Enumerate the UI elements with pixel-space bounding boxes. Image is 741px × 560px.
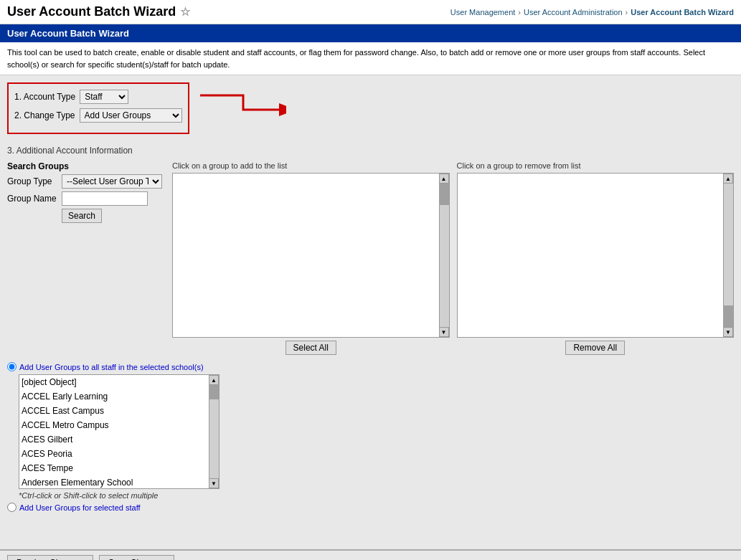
search-button[interactable]: Search [62, 209, 102, 223]
schools-scrollbar: ▲ ▼ [209, 375, 219, 488]
breadcrumb-user-management[interactable]: User Management [450, 8, 516, 16]
schools-list-item[interactable]: [object Object] [19, 375, 209, 389]
save-changes-button[interactable]: Save Changes [99, 555, 174, 560]
ctrl-note: *Ctrl-click or Shift-click to select mul… [19, 491, 734, 500]
favorite-star-icon[interactable]: ☆ [180, 5, 190, 19]
schools-scroll-down[interactable]: ▼ [209, 478, 219, 488]
description-box: This tool can be used to batch create, e… [0, 42, 741, 75]
group-type-select[interactable]: --Select User Group Type-- [62, 174, 162, 189]
remove-list-scroll-down[interactable]: ▼ [723, 327, 733, 337]
app-header: User Account Batch Wizard ☆ User Managem… [0, 0, 741, 24]
red-arrow-icon [193, 88, 286, 120]
schools-list[interactable]: [object Object]ACCEL Early LearningACCEL… [19, 375, 209, 488]
radio-all-staff[interactable] [7, 362, 16, 371]
footer-bar: Preview Changes Save Changes [0, 549, 741, 560]
app-title-area: User Account Batch Wizard ☆ [7, 4, 190, 19]
breadcrumb: User Management › User Account Administr… [450, 8, 734, 16]
add-list-scrollbar: ▲ ▼ [439, 174, 449, 337]
breadcrumb-sep-1: › [518, 8, 521, 16]
schools-list-item[interactable]: ACES Tempe [19, 461, 209, 475]
change-type-row: 2. Change Type Add User Groups Remove Us… [14, 108, 182, 123]
schools-list-item[interactable]: Andersen Elementary School [19, 475, 209, 488]
account-type-select[interactable]: Staff Student [80, 90, 128, 104]
account-type-row: 1. Account Type Staff Student [14, 90, 182, 104]
account-type-label: 1. Account Type [14, 92, 75, 102]
add-list-label: Click on a group to add to the list [172, 161, 450, 170]
remove-list-scroll-up[interactable]: ▲ [723, 174, 733, 184]
additional-info: 3. Additional Account Information [7, 146, 734, 156]
schools-list-item[interactable]: ACES Gilbert [19, 432, 209, 447]
schools-scroll-up[interactable]: ▲ [209, 375, 219, 385]
remove-list-scrollbar: ▲ ▼ [723, 174, 733, 337]
remove-list-label: Click on a group to remove from list [457, 161, 735, 170]
breadcrumb-current: User Account Batch Wizard [631, 8, 734, 16]
main-content: 1. Account Type Staff Student 2. Change … [0, 75, 741, 549]
radio1-label: Add User Groups to all staff in the sele… [7, 362, 734, 371]
breadcrumb-sep-2: › [626, 8, 628, 16]
change-type-select[interactable]: Add User Groups Remove User Groups Enabl… [80, 108, 182, 123]
breadcrumb-user-account-admin[interactable]: User Account Administration [524, 8, 623, 16]
section-header: User Account Batch Wizard [0, 24, 741, 42]
add-list-scroll-down[interactable]: ▼ [439, 327, 449, 337]
group-type-row: Group Type --Select User Group Type-- [7, 174, 165, 189]
search-groups-panel: Search Groups Group Type --Select User G… [7, 161, 165, 355]
group-name-input[interactable] [62, 191, 148, 206]
search-groups-label: Search Groups [7, 161, 165, 171]
add-list-panel: Click on a group to add to the list ▲ ▼ … [172, 161, 450, 355]
description-text: This tool can be used to batch create, e… [7, 48, 705, 69]
schools-list-item[interactable]: ACES Peoria [19, 447, 209, 461]
schools-section: Add User Groups to all staff in the sele… [7, 362, 734, 512]
select-all-button[interactable]: Select All [285, 341, 336, 355]
group-name-label: Group Name [7, 194, 57, 204]
schools-list-area: [object Object]ACCEL Early LearningACCEL… [19, 374, 220, 489]
group-name-row: Group Name [7, 191, 165, 206]
search-button-row: Search [7, 209, 165, 223]
add-list-scroll-up[interactable]: ▲ [439, 174, 449, 184]
page-title: User Account Batch Wizard [7, 4, 176, 19]
change-type-label: 2. Change Type [14, 110, 75, 120]
schools-list-item[interactable]: ACCEL Early Learning [19, 389, 209, 404]
radio2-label: Add User Groups for selected staff [7, 503, 734, 512]
add-list-box[interactable] [173, 174, 439, 337]
remove-list-panel: Click on a group to remove from list ▲ ▼… [457, 161, 735, 355]
radio-selected-staff[interactable] [7, 503, 16, 512]
schools-scroll-thumb[interactable] [209, 385, 219, 399]
add-list-scroll-thumb[interactable] [439, 184, 449, 205]
columns-layout: Search Groups Group Type --Select User G… [7, 161, 734, 355]
group-type-label: Group Type [7, 176, 57, 186]
preview-changes-button[interactable]: Preview Changes [7, 555, 93, 560]
remove-all-button[interactable]: Remove All [565, 341, 625, 355]
schools-list-item[interactable]: ACCEL Metro Campus [19, 418, 209, 432]
form-section: 1. Account Type Staff Student 2. Change … [7, 82, 189, 134]
remove-list-box[interactable] [458, 174, 724, 337]
remove-list-scroll-thumb[interactable] [723, 305, 733, 327]
schools-list-item[interactable]: ACCEL East Campus [19, 404, 209, 418]
